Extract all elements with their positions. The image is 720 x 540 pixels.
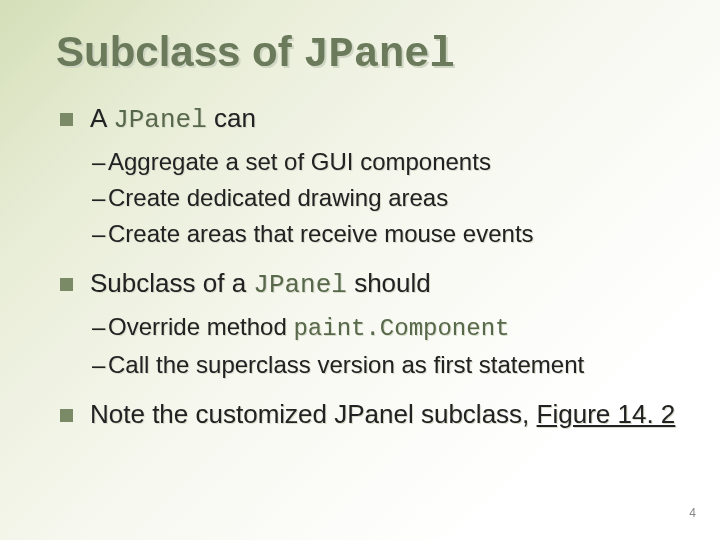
figure-link[interactable]: Figure 14. 2 [537, 399, 676, 429]
title-text: Subclass of [56, 28, 303, 75]
dash-icon: – [92, 180, 108, 216]
text-part: can [207, 103, 256, 133]
sub-item: –Aggregate a set of GUI components [92, 144, 690, 180]
sub-list: –Aggregate a set of GUI components –Crea… [90, 144, 690, 252]
text-part: Note the customized JPanel subclass, [90, 399, 537, 429]
dash-icon: – [92, 216, 108, 252]
sub-item: –Override method paint.Component [92, 309, 690, 347]
text-part: Subclass of a [90, 268, 253, 298]
sub-text: Aggregate a set of GUI components [108, 148, 491, 175]
bullet-list: A JPanel can –Aggregate a set of GUI com… [60, 101, 690, 432]
square-bullet-icon [60, 409, 73, 422]
text-part: A [90, 103, 113, 133]
bullet-item: Note the customized JPanel subclass, Fig… [60, 397, 690, 432]
page-number: 4 [689, 506, 696, 520]
bullet-text: A JPanel can [90, 101, 690, 138]
bullet-item: Subclass of a JPanel should –Override me… [60, 266, 690, 383]
sub-text: Override method [108, 313, 293, 340]
square-bullet-icon [60, 278, 73, 291]
bullet-text: Subclass of a JPanel should [90, 266, 690, 303]
code-part: JPanel [113, 105, 207, 135]
sub-item: –Create areas that receive mouse events [92, 216, 690, 252]
sub-list: –Override method paint.Component –Call t… [90, 309, 690, 383]
slide-title: Subclass of JPanel [56, 28, 690, 79]
slide: Subclass of JPanel A JPanel can –Aggrega… [0, 0, 720, 540]
text-part: should [347, 268, 431, 298]
code-part: JPanel [253, 270, 347, 300]
sub-text: Create areas that receive mouse events [108, 220, 534, 247]
sub-text: Call the superclass version as first sta… [108, 351, 584, 378]
sub-code: paint.Component [293, 315, 509, 342]
title-code: JPanel [303, 31, 454, 79]
dash-icon: – [92, 347, 108, 383]
bullet-item: A JPanel can –Aggregate a set of GUI com… [60, 101, 690, 252]
dash-icon: – [92, 309, 108, 345]
sub-text: Create dedicated drawing areas [108, 184, 448, 211]
square-bullet-icon [60, 113, 73, 126]
sub-item: –Create dedicated drawing areas [92, 180, 690, 216]
bullet-text: Note the customized JPanel subclass, Fig… [90, 397, 690, 432]
sub-item: –Call the superclass version as first st… [92, 347, 690, 383]
dash-icon: – [92, 144, 108, 180]
